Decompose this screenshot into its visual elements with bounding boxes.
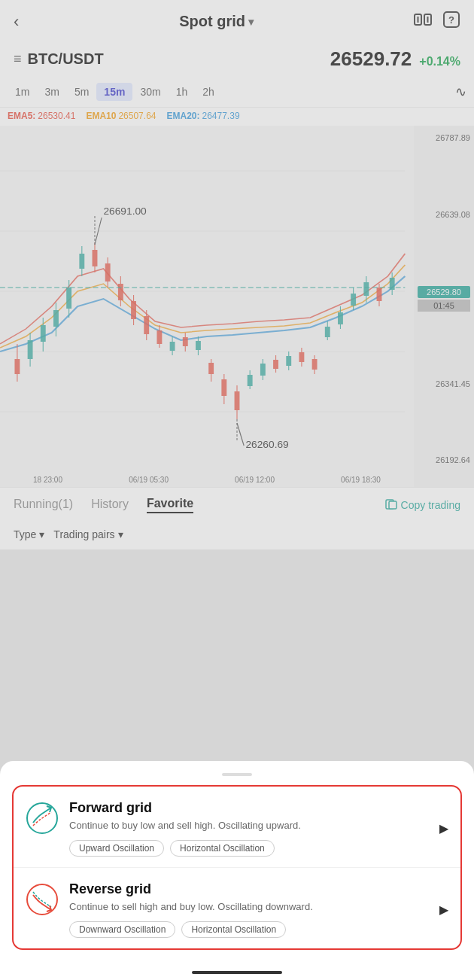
reverse-grid-option[interactable]: Reverse grid Continue to sell high and b… <box>14 868 460 948</box>
reverse-grid-arrow: ▶ <box>439 902 448 917</box>
forward-grid-tags: Upward Oscillation Horizontal Oscillatio… <box>69 840 429 857</box>
forward-grid-icon <box>26 802 59 835</box>
reverse-grid-tags: Downward Oscillation Horizontal Oscillat… <box>69 921 429 938</box>
reverse-grid-content: Reverse grid Continue to sell high and b… <box>69 881 429 938</box>
forward-tag-1: Upward Oscillation <box>69 840 164 857</box>
grid-options-card: Forward grid Continue to buy low and sel… <box>12 785 462 950</box>
drag-handle[interactable] <box>222 773 252 776</box>
home-indicator <box>192 971 282 974</box>
forward-tag-2: Horizontal Oscillation <box>170 840 275 857</box>
forward-grid-arrow: ▶ <box>439 821 448 835</box>
reverse-tag-2: Horizontal Oscillation <box>181 921 286 938</box>
reverse-grid-title: Reverse grid <box>69 881 429 897</box>
forward-grid-option[interactable]: Forward grid Continue to buy low and sel… <box>14 787 460 868</box>
forward-grid-title: Forward grid <box>69 800 429 816</box>
forward-grid-desc: Continue to buy low and sell high. Oscil… <box>69 819 429 832</box>
forward-grid-content: Forward grid Continue to buy low and sel… <box>69 800 429 857</box>
reverse-grid-desc: Continue to sell high and buy low. Oscil… <box>69 900 429 914</box>
svg-point-82 <box>27 884 57 915</box>
reverse-grid-icon <box>26 883 59 916</box>
reverse-tag-1: Downward Oscillation <box>69 921 175 938</box>
bottom-sheet: Forward grid Continue to buy low and sel… <box>0 761 474 980</box>
